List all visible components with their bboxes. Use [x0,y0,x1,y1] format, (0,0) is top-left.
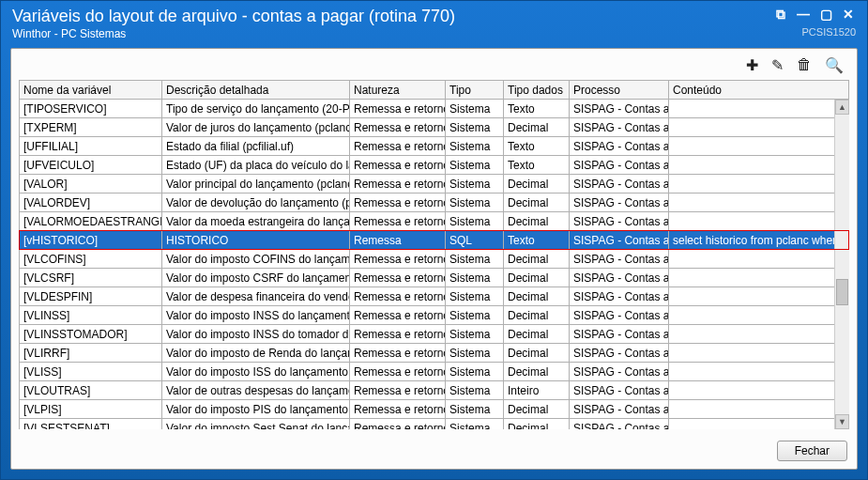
cell-td[interactable]: Decimal [504,118,570,137]
cell-nome[interactable]: [VLINSS] [20,306,162,325]
cell-proc[interactable]: SISPAG - Contas a pa [570,156,669,175]
table-row[interactable]: [TIPOSERVICO]Tipo de serviço do lançamen… [20,100,849,118]
cell-td[interactable]: Decimal [504,325,570,344]
cell-cont[interactable] [669,118,849,137]
cell-nome[interactable]: [VALORDEV] [20,194,162,212]
cell-nat[interactable]: Remessa e retorno [350,212,446,231]
cell-proc[interactable]: SISPAG - Contas a pa [570,137,669,156]
cell-tipo[interactable]: Sistema [446,250,504,269]
cell-nat[interactable]: Remessa e retorno [350,118,446,137]
table-row[interactable]: [VALORMOEDAESTRANGEValor da moeda estran… [20,212,849,231]
data-grid[interactable]: Nome da variável Descrição detalhada Nat… [19,80,849,429]
cell-proc[interactable]: SISPAG - Contas a pa [570,194,669,212]
table-row[interactable]: [UFVEICULO]Estado (UF) da placa do veícu… [20,156,849,175]
cell-tipo[interactable]: Sistema [446,381,504,400]
cell-nat[interactable]: Remessa e retorno [350,344,446,363]
cell-nome[interactable]: [VLIRRF] [20,344,162,363]
cell-td[interactable]: Decimal [504,269,570,287]
cell-nome[interactable]: [VLCSRF] [20,269,162,287]
cell-proc[interactable]: SISPAG - Contas a pa [570,325,669,344]
cell-nome[interactable]: [UFVEICULO] [20,156,162,175]
cell-desc[interactable]: Valor de juros do lançamento (pclanc.txp… [162,118,350,137]
cell-desc[interactable]: Valor do imposto CSRF do lançamento (pcl… [162,269,350,287]
search-icon[interactable]: 🔍 [825,56,844,74]
cell-proc[interactable]: SISPAG - Contas a pa [570,175,669,194]
cell-tipo[interactable]: Sistema [446,363,504,381]
cell-tipo[interactable]: Sistema [446,269,504,287]
table-row[interactable]: [vHISTORICO]HISTORICORemessaSQLTextoSISP… [20,231,849,250]
cell-desc[interactable]: Valor do imposto INSS do tomador de serv… [162,325,350,344]
cell-nat[interactable]: Remessa [350,231,446,250]
cell-tipo[interactable]: Sistema [446,194,504,212]
cell-nat[interactable]: Remessa e retorno [350,175,446,194]
cell-desc[interactable]: Valor de outras despesas do lançamento (… [162,381,350,400]
cell-td[interactable]: Decimal [504,400,570,419]
cell-proc[interactable]: SISPAG - Contas a pa [570,250,669,269]
cell-cont[interactable] [669,306,849,325]
cell-desc[interactable]: Valor do imposto ISS do lançamento (pcla… [162,363,350,381]
cell-td[interactable]: Decimal [504,175,570,194]
cell-desc[interactable]: Valor da moeda estrangeira do lançamento… [162,212,350,231]
cell-nat[interactable]: Remessa e retorno [350,287,446,306]
cell-td[interactable]: Texto [504,100,570,118]
cell-cont[interactable] [669,363,849,381]
cell-nome[interactable]: [VALOR] [20,175,162,194]
cell-nome[interactable]: [VLISS] [20,363,162,381]
cell-cont[interactable] [669,212,849,231]
cell-td[interactable]: Decimal [504,212,570,231]
scroll-thumb[interactable] [836,279,848,305]
cell-nat[interactable]: Remessa e retorno [350,194,446,212]
cell-td[interactable]: Decimal [504,250,570,269]
col-natureza[interactable]: Natureza [350,81,446,100]
cell-nat[interactable]: Remessa e retorno [350,250,446,269]
cell-cont[interactable] [669,194,849,212]
col-nome[interactable]: Nome da variável [20,81,162,100]
cell-proc[interactable]: SISPAG - Contas a pa [570,269,669,287]
cell-desc[interactable]: Valor principal do lançamento (pclanc.va… [162,175,350,194]
cell-nat[interactable]: Remessa e retorno [350,306,446,325]
table-row[interactable]: [VLIRRF]Valor do imposto de Renda do lan… [20,344,849,363]
cell-tipo[interactable]: Sistema [446,175,504,194]
cell-tipo[interactable]: Sistema [446,118,504,137]
maximize-icon[interactable]: ▢ [818,7,833,23]
cell-proc[interactable]: SISPAG - Contas a pa [570,231,669,250]
cell-tipo[interactable]: Sistema [446,306,504,325]
cell-td[interactable]: Decimal [504,344,570,363]
cell-cont[interactable] [669,381,849,400]
col-tipodados[interactable]: Tipo dados [504,81,570,100]
cell-desc[interactable]: Valor de devolução do lançamento (pclanc… [162,194,350,212]
cell-nome[interactable]: [vHISTORICO] [20,231,162,250]
minimize-icon[interactable]: — [796,7,811,23]
cell-proc[interactable]: SISPAG - Contas a pa [570,118,669,137]
cell-desc[interactable]: Valor do imposto Sest Senat do lançament… [162,419,350,430]
cell-cont[interactable]: select historico from pclanc where recnu [669,231,849,250]
cell-td[interactable]: Decimal [504,306,570,325]
cell-td[interactable]: Texto [504,156,570,175]
cell-proc[interactable]: SISPAG - Contas a pa [570,212,669,231]
cell-td[interactable]: Decimal [504,194,570,212]
close-icon[interactable]: ✕ [841,7,856,23]
cell-cont[interactable] [669,344,849,363]
cell-nome[interactable]: [VLINSSTOMADOR] [20,325,162,344]
cell-nome[interactable]: [UFFILIAL] [20,137,162,156]
cell-cont[interactable] [669,325,849,344]
table-row[interactable]: [VLOUTRAS]Valor de outras despesas do la… [20,381,849,400]
table-row[interactable]: [VLISS]Valor do imposto ISS do lançament… [20,363,849,381]
table-row[interactable]: [VALOR]Valor principal do lançamento (pc… [20,175,849,194]
cell-tipo[interactable]: SQL [446,231,504,250]
cell-nat[interactable]: Remessa e retorno [350,100,446,118]
cell-nat[interactable]: Remessa e retorno [350,325,446,344]
table-row[interactable]: [VLINSS]Valor do imposto INSS do lançame… [20,306,849,325]
cell-td[interactable]: Decimal [504,363,570,381]
cell-tipo[interactable]: Sistema [446,100,504,118]
col-conteudo[interactable]: Conteúdo [669,81,849,100]
cell-cont[interactable] [669,137,849,156]
header-row[interactable]: Nome da variável Descrição detalhada Nat… [20,81,849,100]
close-button[interactable]: Fechar [777,441,847,461]
cell-nome[interactable]: [TXPERM] [20,118,162,137]
cell-nat[interactable]: Remessa e retorno [350,156,446,175]
cell-nome[interactable]: [TIPOSERVICO] [20,100,162,118]
edit-icon[interactable]: ✎ [771,56,784,74]
cell-nat[interactable]: Remessa e retorno [350,137,446,156]
add-icon[interactable]: ✚ [746,56,758,74]
